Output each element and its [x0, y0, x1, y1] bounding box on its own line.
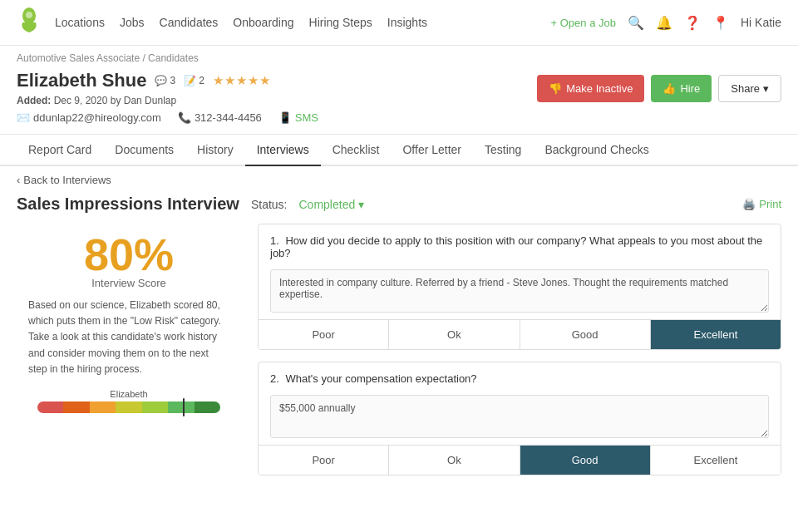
nav-onboarding[interactable]: Onboarding — [233, 16, 293, 29]
nav-right: + Open a Job 🔍 🔔 ❓ 📍 Hi Katie — [551, 15, 781, 31]
comment-count: 3 — [170, 75, 175, 86]
make-inactive-label: Make Inactive — [566, 82, 633, 95]
tab-background-checks[interactable]: Background Checks — [533, 135, 660, 166]
secondary-nav: Report Card Documents History Interviews… — [0, 135, 798, 166]
tab-offer-letter[interactable]: Offer Letter — [391, 135, 473, 166]
svg-point-1 — [26, 12, 32, 18]
question-2-header: 2. What's your compensation expectation? — [259, 362, 781, 388]
q1-rating-ok[interactable]: Ok — [389, 320, 520, 349]
score-description: Based on our science, Elizabeth scored 8… — [25, 298, 233, 377]
note-icon: 📝 — [184, 75, 196, 86]
q1-rating-excellent[interactable]: Excellent — [651, 320, 781, 349]
search-icon[interactable]: 🔍 — [628, 15, 644, 31]
candidate-name: Elizabeth Shue — [17, 70, 146, 91]
question-2-number: 2. — [270, 372, 279, 385]
comment-icon: 💬 — [155, 75, 167, 86]
bar-green — [168, 401, 194, 413]
score-chart: Elizabeth — [25, 389, 233, 413]
bar-yellow — [116, 401, 141, 413]
question-2-ratings: Poor Ok Good Excellent — [259, 445, 781, 475]
bar-lime — [142, 401, 168, 413]
help-icon[interactable]: ❓ — [684, 15, 701, 31]
chart-person-label: Elizabeth — [25, 389, 233, 399]
tab-checklist[interactable]: Checklist — [321, 135, 392, 166]
q1-rating-poor[interactable]: Poor — [259, 320, 389, 349]
nav-jobs[interactable]: Jobs — [120, 16, 145, 29]
nav-links: Locations Jobs Candidates Onboarding Hir… — [55, 16, 551, 29]
email-icon: ✉️ — [17, 111, 30, 124]
q1-rating-good[interactable]: Good — [520, 320, 651, 349]
added-by-link[interactable]: Dan Dunlap — [124, 95, 176, 106]
question-card-1: 1. How did you decide to apply to this p… — [258, 224, 781, 350]
q2-rating-poor[interactable]: Poor — [259, 446, 389, 475]
note-badge[interactable]: 📝 2 — [184, 75, 204, 86]
comment-badge[interactable]: 💬 3 — [155, 75, 175, 86]
question-1-answer[interactable]: Interested in company culture. Referred … — [270, 269, 769, 313]
email-value: ddunlap22@hireology.com — [33, 111, 161, 124]
question-2-answer[interactable]: $55,000 annually — [270, 395, 769, 438]
interview-section: Sales Impressions Interview Status: Comp… — [0, 190, 798, 487]
q2-rating-ok[interactable]: Ok — [389, 446, 520, 475]
chart-bar — [37, 401, 220, 413]
question-1-ratings: Poor Ok Good Excellent — [259, 319, 781, 349]
interview-content: 80% Interview Score Based on our science… — [17, 224, 781, 487]
bar-orange — [90, 401, 116, 413]
back-to-interviews-link[interactable]: ‹ Back to Interviews — [17, 174, 111, 186]
added-date: Dec 9, 2020 — [54, 95, 108, 106]
bar-dark-green — [195, 401, 220, 413]
hire-label: Hire — [680, 82, 700, 95]
score-percent: 80% — [25, 232, 233, 277]
sms-icon: 📱 — [278, 111, 292, 124]
open-job-button[interactable]: + Open a Job — [551, 17, 616, 29]
tab-testing[interactable]: Testing — [473, 135, 533, 166]
nav-hiring-steps[interactable]: Hiring Steps — [309, 16, 372, 29]
question-1-text: How did you decide to apply to this posi… — [270, 234, 762, 259]
email-contact[interactable]: ✉️ ddunlap22@hireology.com — [17, 111, 161, 124]
added-by-prefix: by — [111, 95, 121, 106]
logo[interactable] — [17, 7, 42, 38]
status-value[interactable]: Completed ▾ — [299, 198, 365, 211]
q2-rating-good[interactable]: Good — [520, 446, 651, 475]
status-label: Status: — [251, 198, 288, 211]
print-icon: 🖨️ — [742, 198, 756, 210]
breadcrumb-item-job[interactable]: Automotive Sales Associate — [17, 52, 140, 64]
hire-button[interactable]: 👍 Hire — [651, 75, 712, 102]
tab-documents[interactable]: Documents — [103, 135, 185, 166]
interview-title-row: Sales Impressions Interview Status: Comp… — [17, 195, 781, 214]
phone-icon: 📞 — [178, 111, 191, 124]
action-buttons: 👎 Make Inactive 👍 Hire Share ▾ — [537, 75, 781, 102]
q2-rating-excellent[interactable]: Excellent — [651, 446, 781, 475]
thumbs-down-icon: 👎 — [549, 82, 562, 95]
question-card-2: 2. What's your compensation expectation?… — [258, 362, 781, 475]
chart-marker — [183, 398, 185, 416]
tab-history[interactable]: History — [185, 135, 245, 166]
score-label: Interview Score — [25, 277, 233, 289]
notification-icon[interactable]: 🔔 — [656, 15, 672, 31]
user-label[interactable]: Hi Katie — [741, 16, 781, 29]
nav-locations[interactable]: Locations — [55, 16, 105, 29]
location-icon[interactable]: 📍 — [712, 15, 729, 31]
top-nav: Locations Jobs Candidates Onboarding Hir… — [0, 0, 798, 46]
question-1-header: 1. How did you decide to apply to this p… — [259, 224, 781, 263]
added-label: Added: — [17, 95, 51, 106]
tab-interviews[interactable]: Interviews — [245, 135, 321, 166]
sms-contact[interactable]: 📱 SMS — [278, 111, 318, 124]
right-panel: 1. How did you decide to apply to this p… — [258, 224, 781, 487]
phone-value: 312-344-4456 — [195, 111, 262, 124]
tab-report-card[interactable]: Report Card — [17, 135, 103, 166]
print-button[interactable]: 🖨️ Print — [742, 198, 781, 210]
nav-candidates[interactable]: Candidates — [160, 16, 219, 29]
share-button[interactable]: Share ▾ — [718, 75, 781, 102]
sms-label: SMS — [295, 111, 318, 124]
nav-insights[interactable]: Insights — [387, 16, 427, 29]
share-label: Share — [731, 82, 760, 95]
breadcrumb-item-candidates[interactable]: Candidates — [148, 52, 199, 64]
candidate-contact: ✉️ ddunlap22@hireology.com 📞 312-344-445… — [17, 111, 781, 124]
chevron-left-icon: ‹ — [17, 174, 20, 186]
interview-title: Sales Impressions Interview — [17, 195, 239, 214]
candidate-header: Elizabeth Shue 💬 3 📝 2 ★★★★★ Added: Dec … — [0, 66, 798, 135]
phone-contact[interactable]: 📞 312-344-4456 — [178, 111, 262, 124]
status-text: Completed — [299, 198, 356, 211]
make-inactive-button[interactable]: 👎 Make Inactive — [537, 75, 644, 102]
star-rating[interactable]: ★★★★★ — [213, 73, 271, 88]
